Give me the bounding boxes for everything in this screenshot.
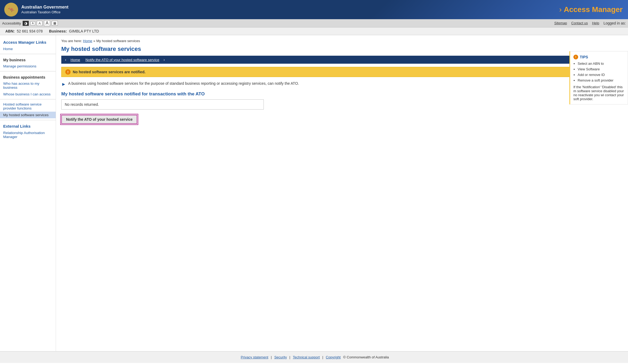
tips-title-text: TIPS: [580, 55, 588, 59]
header-logo: 🦘 Australian Government Australian Taxat…: [4, 3, 68, 17]
tips-item-2: View Software: [578, 67, 625, 71]
tips-footer-text: If the 'Notification' 'Disabled' this m …: [573, 85, 625, 101]
business-label: Business:: [49, 29, 67, 33]
nav-tab-notify[interactable]: Notify the ATO of your hosted software s…: [83, 56, 162, 64]
main-container: Access Manager Links Home My business Ma…: [0, 35, 628, 351]
footer-copyright-text: © Commonwealth of Australia: [343, 355, 389, 359]
tips-item-3: Add or remove ID: [578, 73, 625, 77]
nav-forward-arrow-icon: ›: [162, 56, 167, 64]
no-records-text: No records returned.: [65, 102, 99, 107]
header-title: Australian Government Australian Taxatio…: [21, 5, 68, 15]
sidebar-section-title: Access Manager Links: [0, 38, 56, 46]
breadcrumb: You are here: Home » My hosted software …: [61, 39, 623, 43]
layout-button[interactable]: ▦: [52, 21, 58, 26]
you-are-here-label: You are here:: [61, 39, 82, 43]
breadcrumb-separator: »: [93, 39, 95, 43]
section-title: My hosted software services notified for…: [61, 91, 623, 97]
records-table: No records returned.: [61, 99, 264, 110]
tips-item-1: Select an ABN to: [578, 62, 625, 66]
contact-link[interactable]: Contact us: [571, 21, 588, 25]
info-arrow-icon: ►: [61, 82, 66, 87]
dept-name: Australian Taxation Office: [21, 10, 68, 15]
footer-sep3: |: [322, 355, 323, 359]
sidebar-my-business-title: My business: [0, 56, 56, 63]
tips-title: ! TIPS: [573, 55, 625, 59]
warning-icon: !: [65, 69, 71, 75]
sidebar-item-relationship-auth[interactable]: Relationship Authorisation Manager: [0, 130, 56, 140]
abn-bar: ABN: 52 661 934 078 Business: GIMBLA PTY…: [0, 27, 628, 35]
sidebar-external-links-title: External Links: [0, 122, 56, 130]
sidebar-item-home[interactable]: Home: [0, 46, 56, 52]
header: 🦘 Australian Government Australian Taxat…: [0, 0, 628, 19]
tips-panel: ! TIPS Select an ABN to View Software Ad…: [569, 51, 628, 104]
footer-security-link[interactable]: Security: [274, 355, 287, 359]
page-title: My hosted software services: [61, 46, 623, 52]
abn-value: 52 661 934 078: [17, 29, 43, 33]
header-arrow-icon: ›: [559, 5, 562, 14]
accessibility-bar: Accessibility ◑ A A A ▦ Sitemap Contact …: [0, 19, 628, 27]
tips-list: Select an ABN to View Software Add or re…: [573, 62, 625, 82]
gov-name: Australian Government: [21, 5, 68, 10]
font-large-button[interactable]: A: [44, 20, 50, 26]
sidebar-item-my-hosted[interactable]: My hosted software services: [0, 112, 56, 118]
breadcrumb-current: My hosted software services: [96, 39, 140, 43]
page-header-title: Access Manager: [564, 5, 623, 14]
logged-in-label: Logged in as:: [603, 21, 626, 25]
nav-tabs: ‹ Home Notify the ATO of your hosted sof…: [61, 56, 623, 64]
notify-button[interactable]: Notify the ATO of your hosted service: [61, 115, 137, 124]
footer-sep2: |: [289, 355, 290, 359]
footer-copyright-link[interactable]: Copyright: [326, 355, 341, 359]
coat-of-arms-icon: 🦘: [4, 3, 18, 17]
contrast-toggle-button[interactable]: ◑: [23, 21, 29, 26]
accessibility-controls: Accessibility ◑ A A A ▦: [2, 20, 58, 26]
business-value: GIMBLA PTY LTD: [69, 29, 99, 33]
sidebar-item-who-has-access[interactable]: Who has access to my business: [0, 80, 56, 91]
warning-text: No hosted software services are notified…: [73, 70, 145, 74]
info-block: ► A business using hosted software servi…: [61, 81, 623, 87]
footer-privacy-link[interactable]: Privacy statement: [241, 355, 268, 359]
sidebar-item-hosted-functions[interactable]: Hosted software service provider functio…: [0, 101, 56, 112]
nav-links: Sitemap Contact us Help Logged in as:: [554, 21, 626, 25]
sidebar-item-whose-business[interactable]: Whose business I can access: [0, 91, 56, 98]
font-medium-button[interactable]: A: [37, 21, 42, 26]
font-small-button[interactable]: A: [30, 21, 35, 25]
breadcrumb-home-link[interactable]: Home: [83, 39, 92, 43]
nav-back-arrow-icon: ‹: [63, 56, 68, 64]
tips-icon: !: [573, 55, 578, 59]
warning-banner: ! No hosted software services are notifi…: [61, 67, 623, 77]
tips-item-4: Remove a soft provider: [578, 78, 625, 82]
footer-technical-link[interactable]: Technical support: [293, 355, 320, 359]
header-right: › Access Manager: [559, 0, 628, 19]
sitemap-link[interactable]: Sitemap: [554, 21, 567, 25]
accessibility-label: Accessibility: [2, 21, 21, 25]
content-area: You are here: Home » My hosted software …: [56, 35, 628, 351]
footer: Privacy statement | Security | Technical…: [0, 351, 628, 363]
sidebar-business-appointments-title: Business appointments: [0, 73, 56, 80]
footer-sep1: |: [271, 355, 272, 359]
sidebar: Access Manager Links Home My business Ma…: [0, 35, 56, 351]
sidebar-item-manage-permissions[interactable]: Manage permissions: [0, 63, 56, 70]
nav-tab-home[interactable]: Home: [68, 56, 83, 64]
info-text: A business using hosted software service…: [68, 81, 299, 86]
abn-label: ABN:: [5, 29, 15, 33]
help-link[interactable]: Help: [592, 21, 599, 25]
